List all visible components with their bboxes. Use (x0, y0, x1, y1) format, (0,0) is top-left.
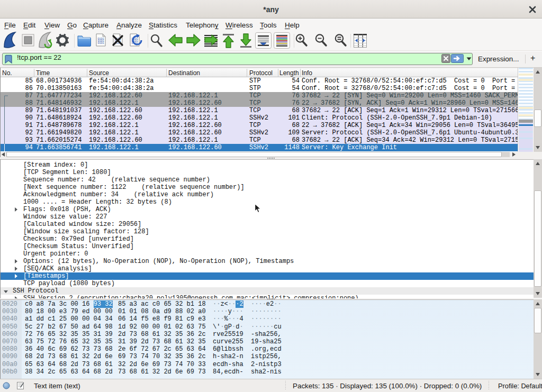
svg-text:0101: 0101 (98, 42, 104, 45)
